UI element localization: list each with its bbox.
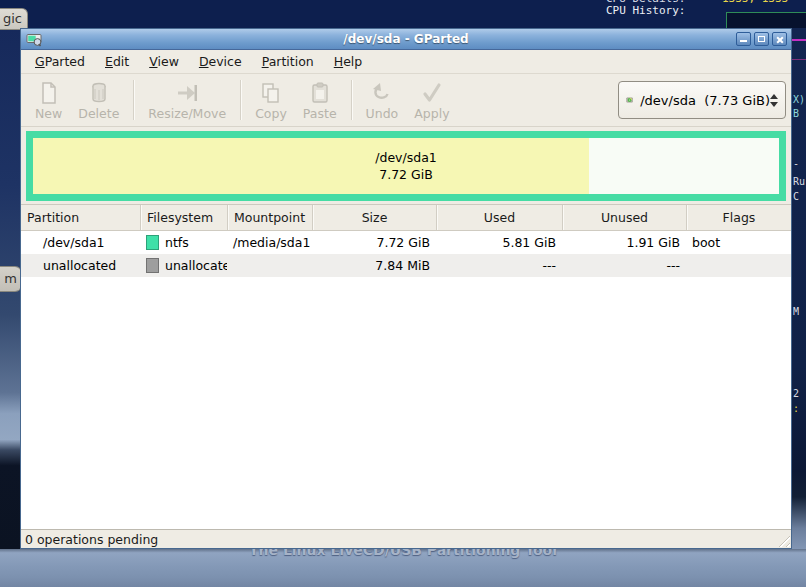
filesystem-color-swatch — [146, 258, 159, 273]
trash-icon — [87, 81, 111, 105]
monitor-text-fragment: : — [793, 403, 799, 414]
table-header: Partition Filesystem Mountpoint Size Use… — [21, 205, 791, 231]
partition-bar-label: /dev/sda1 7.72 GiB — [33, 138, 779, 194]
menubar: GParted Edit View Device Partition Help — [21, 50, 791, 74]
resize-grip[interactable] — [775, 532, 790, 547]
header-mountpoint: Mountpoint — [227, 205, 312, 230]
monitor-text-fragment: M — [793, 306, 799, 317]
cell-partition: /dev/sda1 — [21, 231, 140, 254]
statusbar: 0 operations pending — [21, 529, 791, 548]
filesystem-color-swatch — [146, 235, 159, 250]
cell-partition: unallocated — [21, 254, 140, 277]
harddisk-icon — [626, 88, 633, 112]
copy-button[interactable]: Copy — [247, 77, 295, 123]
header-partition: Partition — [21, 205, 140, 230]
menu-device[interactable]: Device — [191, 51, 250, 72]
new-document-icon — [37, 81, 61, 105]
cell-filesystem: ntfs — [140, 231, 227, 254]
apply-check-icon — [420, 81, 444, 105]
cell-size: 7.84 MiB — [312, 254, 436, 277]
clipped-monitor-values: 1333, 1333 — [722, 0, 788, 5]
desktop-right-strip: X) B - - Ru C M 2 : — [792, 28, 806, 549]
menu-view[interactable]: View — [141, 51, 187, 72]
desktop-top-strip: CPU Details: 1333, 1333 CPU History: — [0, 0, 806, 28]
monitor-graph-line — [792, 39, 806, 41]
minimize-icon — [740, 40, 747, 42]
cell-mountpoint — [227, 254, 312, 277]
titlebar[interactable]: /dev/sda - GParted — [21, 29, 791, 50]
cell-flags — [686, 254, 791, 277]
toolbar-separator — [351, 80, 352, 120]
cpu-history-graph — [726, 12, 806, 28]
monitor-text-fragment: Ru — [793, 176, 805, 187]
pending-operations-text: 0 operations pending — [25, 532, 158, 547]
new-button[interactable]: New — [27, 77, 70, 123]
cell-used: 5.81 GiB — [436, 231, 562, 254]
monitor-text-fragment: - - — [793, 158, 806, 169]
menu-gparted[interactable]: GParted — [27, 51, 93, 72]
minimize-button[interactable] — [736, 32, 751, 46]
cell-filesystem: unallocated — [140, 254, 227, 277]
header-filesystem: Filesystem — [140, 205, 227, 230]
background-window-tab-gic[interactable]: gic — [0, 8, 28, 30]
menu-help[interactable]: Help — [326, 51, 371, 72]
cpu-history-label: CPU History: — [606, 4, 685, 17]
cell-size: 7.72 GiB — [312, 231, 436, 254]
monitor-text-fragment: 2 — [793, 388, 799, 399]
toolbar-separator — [240, 80, 241, 120]
monitor-text-fragment: B — [793, 108, 799, 119]
spinner-arrows-icon[interactable] — [770, 94, 778, 107]
cell-used: --- — [436, 254, 562, 277]
monitor-text-fragment: X) — [793, 94, 805, 105]
undo-icon — [370, 81, 394, 105]
partition-visual-bar[interactable]: /dev/sda1 7.72 GiB — [26, 131, 786, 201]
toolbar: New Delete Resize/Move — [21, 74, 791, 127]
desktop: CPU Details: 1333, 1333 CPU History: X) … — [0, 0, 806, 587]
cell-unused: --- — [562, 254, 686, 277]
paste-icon — [308, 81, 332, 105]
cell-unused: 1.91 GiB — [562, 231, 686, 254]
copy-icon — [259, 81, 283, 105]
header-flags: Flags — [686, 205, 791, 230]
disk-visual-panel: /dev/sda1 7.72 GiB — [21, 127, 791, 205]
partition-table: Partition Filesystem Mountpoint Size Use… — [21, 205, 791, 529]
toolbar-separator — [133, 80, 134, 120]
undo-button[interactable]: Undo — [358, 77, 407, 123]
close-button[interactable] — [772, 32, 787, 46]
monitor-text-fragment: C — [793, 191, 799, 202]
window-title: /dev/sda - GParted — [21, 32, 791, 46]
header-used: Used — [436, 205, 562, 230]
table-row-unallocated[interactable]: unallocated unallocated 7.84 MiB --- --- — [21, 254, 791, 277]
cell-flags: boot — [686, 231, 791, 254]
background-window-tab-m[interactable]: m — [0, 266, 22, 292]
maximize-button[interactable] — [754, 32, 769, 46]
monitor-graph-line — [792, 59, 806, 60]
gparted-app-icon — [26, 31, 42, 47]
header-unused: Unused — [562, 205, 686, 230]
maximize-icon — [758, 36, 765, 42]
resize-arrow-icon — [175, 81, 199, 105]
device-selector-value: /dev/sda (7.73 GiB) — [640, 93, 770, 108]
apply-button[interactable]: Apply — [406, 77, 457, 123]
header-size: Size — [312, 205, 436, 230]
cell-mountpoint: /media/sda1 — [227, 231, 312, 254]
menu-edit[interactable]: Edit — [97, 51, 137, 72]
menu-partition[interactable]: Partition — [254, 51, 322, 72]
paste-button[interactable]: Paste — [295, 77, 345, 123]
table-row-sda1[interactable]: /dev/sda1 ntfs /media/sda1 7.72 GiB 5.81… — [21, 231, 791, 254]
table-empty-area — [21, 277, 791, 529]
gparted-window: /dev/sda - GParted GParted Edit View Dev… — [20, 28, 792, 549]
resize-move-button[interactable]: Resize/Move — [140, 77, 234, 123]
device-selector[interactable]: /dev/sda (7.73 GiB) — [618, 81, 786, 119]
delete-button[interactable]: Delete — [70, 77, 127, 123]
